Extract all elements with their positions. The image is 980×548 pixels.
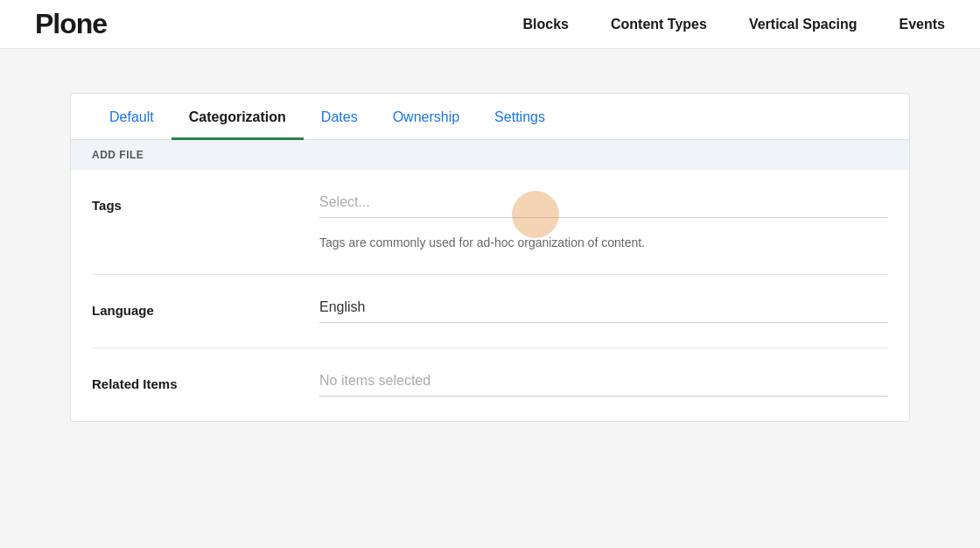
related-items-value: No items selected	[319, 373, 888, 397]
tags-row-inner: Tags Select...	[92, 194, 888, 218]
nav-link-blocks[interactable]: Blocks	[523, 17, 569, 32]
tab-ownership[interactable]: Ownership	[375, 94, 477, 140]
tab-settings[interactable]: Settings	[477, 94, 563, 140]
main-content: Default Categorization Dates Ownership S…	[0, 49, 980, 466]
related-items-field-content: No items selected	[319, 373, 888, 397]
related-items-label: Related Items	[92, 373, 319, 391]
top-nav: Plone Blocks Content Types Vertical Spac…	[0, 0, 980, 49]
nav-link-content-types[interactable]: Content Types	[611, 17, 707, 32]
language-value: English	[319, 299, 888, 323]
form-card: Default Categorization Dates Ownership S…	[70, 93, 910, 422]
nav-link-vertical-spacing[interactable]: Vertical Spacing	[749, 17, 858, 32]
tags-placeholder: Select...	[319, 194, 370, 209]
tabs: Default Categorization Dates Ownership S…	[71, 94, 909, 140]
section-header-label: ADD FILE	[92, 149, 144, 161]
tab-default[interactable]: Default	[92, 94, 172, 140]
tags-select[interactable]: Select...	[319, 194, 888, 218]
related-items-row: Related Items No items selected	[92, 348, 888, 421]
section-header: ADD FILE	[71, 140, 909, 170]
nav-link-events[interactable]: Events	[900, 17, 945, 32]
tab-categorization[interactable]: Categorization	[172, 94, 304, 140]
tags-description: Tags are commonly used for ad-hoc organi…	[319, 228, 645, 249]
language-row: Language English	[92, 275, 888, 348]
tags-label: Tags	[92, 194, 319, 213]
language-label: Language	[92, 299, 319, 318]
tab-dates[interactable]: Dates	[304, 94, 375, 140]
tags-field-content: Select...	[319, 194, 888, 218]
logo: Plone	[35, 8, 107, 40]
language-field-content: English	[319, 299, 888, 323]
form-fields: Tags Select... Tags are commonly used fo…	[71, 170, 909, 421]
nav-links: Blocks Content Types Vertical Spacing Ev…	[523, 17, 945, 32]
tags-row: Tags Select... Tags are commonly used fo…	[92, 170, 888, 275]
